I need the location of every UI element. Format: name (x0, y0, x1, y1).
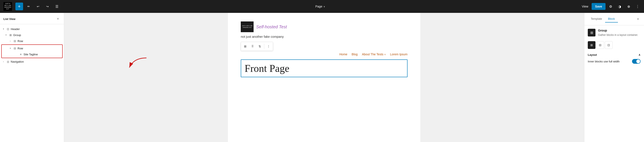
right-panel: Template Block × ⊞ Group Gather blocks i… (584, 13, 644, 142)
list-item[interactable]: › ◎ Navigation (0, 58, 64, 64)
site-logo[interactable]: JUST A 300 X 200 HANGING OUT (2, 1, 13, 12)
list-item-label: Header (11, 27, 20, 31)
chevron-up-icon[interactable]: ∧ (638, 53, 640, 56)
block-type-icon: ⊞ (588, 29, 596, 36)
more-options-button[interactable]: ⋮ (265, 43, 272, 50)
move-up-down-button[interactable]: ⇅ (256, 43, 263, 50)
site-header-block: JUST A 300 X 200 HANGING OUT Self-hosted… (241, 21, 408, 32)
list-item-label: Row (18, 47, 23, 50)
tab-block[interactable]: Block (605, 16, 618, 23)
site-logo-image[interactable]: JUST A 300 X 200 HANGING OUT (241, 21, 254, 32)
chevron-down-icon: ▾ (2, 27, 5, 31)
chevron-right-icon: › (8, 39, 12, 43)
block-icon: ⊞ (8, 33, 12, 37)
group-icon-button[interactable]: ⊞ (242, 43, 249, 50)
chevron-down-icon: ▾ (8, 47, 12, 50)
tab-template[interactable]: Template (588, 16, 605, 23)
chevron-down-icon: ∨ (384, 53, 386, 55)
logo-image: JUST A 300 X 200 HANGING OUT (4, 2, 12, 11)
canvas-area[interactable]: JUST A 300 X 200 HANGING OUT Self-hosted… (64, 13, 584, 142)
list-item-label: Navigation (11, 60, 24, 63)
right-panel-content: ⊞ Group Gather blocks in a layout contai… (584, 25, 644, 142)
contrast-button[interactable]: ◑ (616, 3, 624, 10)
drag-handle-button[interactable]: ⠿ (249, 43, 256, 50)
nav-link-about[interactable]: About The Tests ∨ (362, 52, 386, 56)
list-item[interactable]: ▾ ⊞ Group (0, 32, 64, 38)
list-item-label: Site Tagline (24, 53, 38, 56)
canvas-content: JUST A 300 X 200 HANGING OUT Self-hosted… (228, 13, 420, 142)
block-icon-option-stack[interactable]: ⊡ (605, 41, 612, 49)
block-description: Gather blocks in a layout container. (598, 33, 640, 37)
block-icon: ≡ (19, 52, 23, 56)
chevron-down-icon: ∨ (324, 5, 325, 8)
inner-blocks-toggle-row: Inner blocks use full width (588, 59, 640, 64)
layout-label: Layout (588, 53, 597, 56)
block-info: ⊞ Group Gather blocks in a layout contai… (588, 29, 640, 37)
undo-button[interactable]: ↩ (34, 3, 42, 10)
block-info-text: Group Gather blocks in a layout containe… (598, 29, 640, 37)
add-block-button[interactable]: + (16, 3, 23, 10)
block-icon: ⊟ (13, 46, 17, 50)
block-icon-option-group[interactable]: ⊞ (588, 41, 596, 49)
site-logo-block: JUST A 300 X 200 HANGING OUT Self-hosted… (241, 21, 287, 32)
page-label: Page (315, 5, 322, 8)
block-icon-option-row[interactable]: ⊟ (596, 41, 604, 49)
layout-section-title: Layout ∧ (588, 53, 640, 56)
page-title: Front Page (244, 62, 404, 74)
inner-blocks-toggle[interactable] (632, 59, 640, 64)
nav-link-blog[interactable]: Blog (352, 52, 358, 56)
block-icons-row: ⊞ ⊟ ⊡ (588, 41, 640, 49)
block-icon: ⊟ (13, 39, 17, 43)
page-selector[interactable]: Page ∨ (313, 4, 328, 10)
accessibility-button[interactable]: ⊕ (625, 3, 632, 10)
list-item[interactable]: ▾ ⊟ Row (2, 45, 62, 51)
site-title-link[interactable]: Self-hosted Test (256, 24, 287, 29)
list-view-close-button[interactable]: × (56, 16, 60, 21)
redo-button[interactable]: ↪ (44, 3, 51, 10)
block-title: Group (598, 29, 640, 32)
right-panel-close-button[interactable]: × (636, 17, 640, 22)
list-view-content: ▾ ⊡ Header ▾ ⊞ Group › ⊟ Row ▾ ⊟ (0, 24, 64, 142)
chevron-down-icon: ▾ (4, 33, 8, 37)
list-view-header: List View × (0, 13, 64, 24)
right-panel-tabs: Template Block (588, 16, 618, 23)
main-toolbar: JUST A 300 X 200 HANGING OUT + ✏ ↩ ↪ ☰ P… (0, 0, 644, 13)
block-icon: ◎ (6, 60, 10, 63)
settings-button[interactable]: ⚙ (607, 3, 614, 10)
list-item[interactable]: ≡ Site Tagline (2, 51, 62, 57)
save-button[interactable]: Save (592, 3, 606, 10)
spacer-icon (14, 52, 18, 56)
toggle-label: Inner blocks use full width (588, 60, 620, 63)
list-view-title: List View (4, 17, 16, 21)
list-item[interactable]: ▾ ⊡ Header (0, 26, 64, 32)
page-title-block[interactable]: Front Page (241, 59, 408, 77)
tools-button[interactable]: ✏ (25, 3, 32, 10)
site-tagline: not just another fake company (241, 35, 408, 38)
toolbar-right: View Save ⚙ ◑ ⊕ ⋮ (580, 3, 642, 10)
list-item-label: Group (13, 33, 21, 37)
more-options-button[interactable]: ⋮ (634, 3, 642, 10)
red-arrow (125, 56, 151, 73)
block-toolbar: ⊞ ⠿ ⇅ ⋮ (241, 42, 273, 51)
block-icon: ⊡ (6, 27, 10, 31)
chevron-right-icon: › (2, 60, 5, 63)
view-button[interactable]: View (580, 4, 590, 10)
toolbar-center: Page ∨ (62, 4, 578, 10)
right-panel-header: Template Block × (584, 13, 644, 25)
nav-link-home[interactable]: Home (339, 52, 347, 56)
list-item[interactable]: › ⊟ Row (0, 38, 64, 44)
toolbar-divider (264, 44, 264, 49)
navigation-block: Home Blog About The Tests ∨ Lorem Ipsum (241, 52, 408, 56)
list-view-button[interactable]: ☰ (53, 3, 61, 10)
list-view-panel: List View × ▾ ⊡ Header ▾ ⊞ Group › ⊟ Row (0, 13, 64, 142)
nav-link-lorem[interactable]: Lorem Ipsum (390, 52, 408, 56)
highlighted-group: ▾ ⊟ Row ≡ Site Tagline (1, 44, 63, 58)
main-layout: List View × ▾ ⊡ Header ▾ ⊞ Group › ⊟ Row (0, 13, 644, 142)
list-item-label: Row (18, 39, 23, 43)
